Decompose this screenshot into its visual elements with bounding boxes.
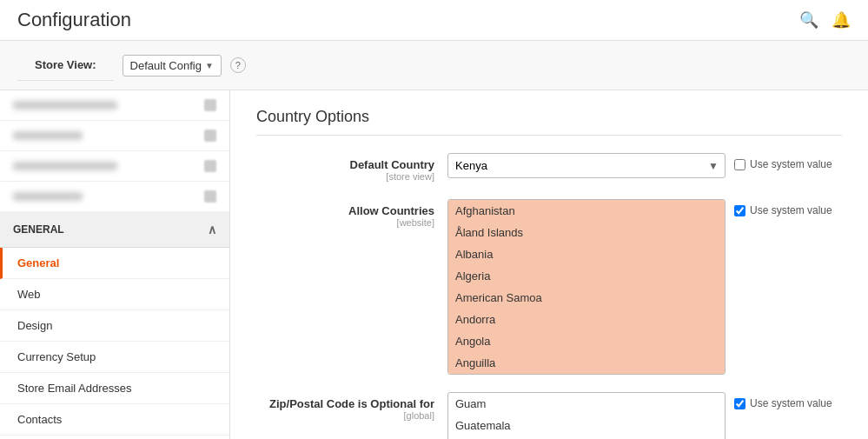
- store-view-value: Default Config: [130, 59, 202, 72]
- default-country-use-system-label: Use system value: [750, 158, 832, 170]
- allow-countries-multiselect: Afghanistan Åland Islands Albania Algeri…: [447, 199, 726, 375]
- list-item[interactable]: Algeria: [448, 265, 725, 287]
- zip-optional-label: Zip/Postal Code is Optional for: [256, 397, 434, 410]
- default-country-select[interactable]: Kenya Afghanistan Albania United States: [447, 153, 726, 178]
- blurred-icon-1: [204, 99, 216, 111]
- default-country-row: Default Country [store view] Kenya Afgha…: [256, 153, 842, 182]
- sidebar-blurred-item-2: [0, 121, 229, 151]
- allow-countries-list-inner[interactable]: Afghanistan Åland Islands Albania Algeri…: [448, 200, 725, 374]
- top-header: Configuration 🔍 🔔: [0, 0, 868, 41]
- sidebar-item-design[interactable]: Design: [0, 310, 229, 342]
- blurred-text-1: [13, 101, 117, 110]
- list-item[interactable]: Angola: [448, 330, 725, 352]
- default-country-select-wrapper: Kenya Afghanistan Albania United States …: [447, 153, 726, 178]
- list-item[interactable]: Afghanistan: [448, 200, 725, 222]
- sidebar-item-currency-setup[interactable]: Currency Setup: [0, 342, 229, 373]
- allow-countries-sub-label: [website]: [256, 217, 434, 228]
- section-title: Country Options: [256, 108, 842, 136]
- store-view-bar: Store View: Default Config ▼ ?: [0, 41, 868, 90]
- allow-countries-label: Allow Countries: [256, 204, 434, 217]
- zip-optional-dropdown-inner[interactable]: Guam Guatemala Guernsey Guinea Guinea-Bi…: [448, 393, 725, 439]
- allow-countries-list[interactable]: Afghanistan Åland Islands Albania Algeri…: [447, 199, 726, 375]
- default-country-sub-label: [store view]: [256, 171, 434, 182]
- zip-optional-use-system-label: Use system value: [750, 397, 832, 409]
- sidebar: GENERAL ∧ General Web Design Currency Se…: [0, 90, 230, 439]
- sidebar-section-label: GENERAL: [13, 223, 64, 236]
- list-item[interactable]: American Samoa: [448, 287, 725, 309]
- zip-optional-label-group: Zip/Postal Code is Optional for [global]: [256, 392, 447, 421]
- store-view-label: Store View:: [17, 50, 114, 81]
- header-icons: 🔍 🔔: [799, 10, 851, 30]
- zip-optional-row: Zip/Postal Code is Optional for [global]…: [256, 392, 842, 439]
- default-country-controls: Kenya Afghanistan Albania United States …: [447, 153, 842, 178]
- default-country-checkbox[interactable]: [734, 159, 745, 170]
- sidebar-blurred-item-3: [0, 151, 229, 182]
- blurred-icon-3: [204, 160, 216, 172]
- blurred-icon-4: [204, 190, 216, 203]
- zip-optional-sub-label: [global]: [256, 410, 434, 421]
- sidebar-item-store-email-addresses[interactable]: Store Email Addresses: [0, 373, 229, 404]
- store-view-dropdown[interactable]: Default Config ▼: [123, 55, 222, 76]
- sidebar-blurred-item-4: [0, 182, 229, 212]
- blurred-text-4: [13, 192, 83, 201]
- list-item[interactable]: Guam: [448, 393, 725, 415]
- bell-icon[interactable]: 🔔: [832, 10, 851, 30]
- allow-countries-controls: Afghanistan Åland Islands Albania Algeri…: [447, 199, 842, 375]
- blurred-icon-2: [204, 130, 216, 142]
- list-item[interactable]: Guatemala: [448, 415, 725, 436]
- page-title: Configuration: [17, 9, 131, 31]
- default-country-label-group: Default Country [store view]: [256, 153, 447, 182]
- list-item[interactable]: Albania: [448, 243, 725, 265]
- allow-countries-use-system-label: Use system value: [750, 204, 832, 216]
- allow-countries-checkbox[interactable]: [734, 205, 745, 216]
- blurred-text-3: [13, 162, 117, 170]
- blurred-text-2: [13, 131, 83, 140]
- chevron-down-icon: ▼: [205, 61, 214, 70]
- allow-countries-label-group: Allow Countries [website]: [256, 199, 447, 228]
- sidebar-item-web[interactable]: Web: [0, 279, 229, 310]
- list-item[interactable]: Åland Islands: [448, 222, 725, 243]
- default-country-use-system-value[interactable]: Use system value: [734, 153, 832, 170]
- content-area: Country Options Default Country [store v…: [230, 90, 868, 439]
- help-icon[interactable]: ?: [230, 57, 246, 73]
- main-layout: GENERAL ∧ General Web Design Currency Se…: [0, 90, 868, 439]
- sidebar-item-general[interactable]: General: [0, 248, 229, 279]
- chevron-up-icon: ∧: [208, 223, 216, 236]
- sidebar-item-contacts[interactable]: Contacts: [0, 404, 229, 436]
- zip-optional-dropdown[interactable]: Guam Guatemala Guernsey Guinea Guinea-Bi…: [447, 392, 726, 439]
- search-icon[interactable]: 🔍: [799, 10, 818, 30]
- zip-optional-use-system-value[interactable]: Use system value: [734, 392, 832, 409]
- sidebar-section-general[interactable]: GENERAL ∧: [0, 212, 229, 248]
- allow-countries-use-system-value[interactable]: Use system value: [734, 199, 832, 216]
- list-item[interactable]: Anguilla: [448, 352, 725, 374]
- sidebar-blurred-item-1: [0, 90, 229, 121]
- zip-optional-controls: Guam Guatemala Guernsey Guinea Guinea-Bi…: [447, 392, 842, 439]
- default-country-label: Default Country: [256, 158, 434, 171]
- allow-countries-row: Allow Countries [website] Afghanistan Ål…: [256, 199, 842, 375]
- list-item[interactable]: Andorra: [448, 309, 725, 330]
- zip-optional-checkbox[interactable]: [734, 398, 745, 409]
